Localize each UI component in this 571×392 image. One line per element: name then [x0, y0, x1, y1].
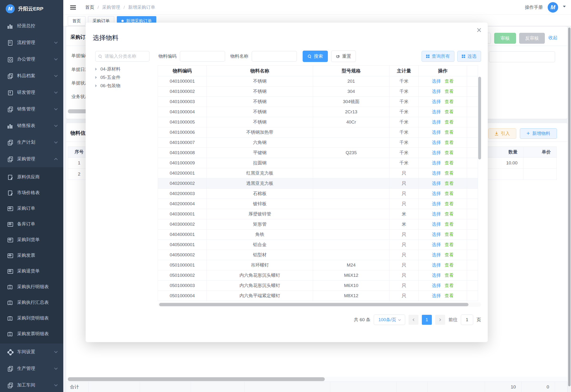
select-link[interactable]: 选择 [432, 150, 441, 155]
view-link[interactable]: 查看 [445, 263, 454, 267]
table-row[interactable]: 0401000006不锈钢加热带千米选择查看 [158, 127, 478, 138]
expand-caret-icon[interactable] [95, 84, 99, 87]
table-row[interactable]: 0501000001吊环螺钉M24只选择查看 [158, 260, 478, 270]
sidebar-subitem-1[interactable]: 市场价格表 [0, 185, 63, 200]
select-link[interactable]: 选择 [432, 263, 441, 267]
table-row[interactable]: 0402000004镀锌板只选择查看 [158, 199, 478, 209]
dialog-horizontal-scrollbar[interactable] [159, 303, 468, 306]
view-link[interactable]: 查看 [445, 120, 454, 125]
tree-node-0[interactable]: 04-原材料 [95, 65, 155, 73]
sidebar-item-top-8[interactable]: 采购管理 [0, 151, 63, 167]
view-link[interactable]: 查看 [445, 160, 454, 165]
select-link[interactable]: 选择 [432, 130, 441, 135]
material-cell-9[interactable] [523, 157, 557, 169]
query-all-button[interactable]: 查询所有 [421, 51, 454, 62]
select-link[interactable]: 选择 [432, 109, 441, 114]
tree-node-1[interactable]: 05-五金件 [95, 73, 155, 82]
sidebar-subitem-7[interactable]: 采购执行明细表 [0, 279, 63, 294]
select-link[interactable]: 选择 [432, 273, 441, 278]
table-row[interactable]: 0501000002内六角花形沉头螺钉M6X12只选择查看 [158, 270, 478, 280]
sidebar-item-top-3[interactable]: 料品档案 [0, 68, 63, 84]
select-link[interactable]: 选择 [432, 171, 441, 176]
prev-page-button[interactable] [408, 315, 419, 325]
view-link[interactable]: 查看 [445, 130, 454, 135]
select-link[interactable]: 选择 [432, 201, 441, 206]
sidebar-subitem-4[interactable]: 采购到货单 [0, 232, 63, 248]
user-menu-caret-icon[interactable] [563, 6, 566, 9]
view-link[interactable]: 查看 [445, 242, 454, 247]
view-link[interactable]: 查看 [445, 171, 454, 176]
select-link[interactable]: 选择 [432, 293, 441, 298]
table-row[interactable]: 0501000003内六角花形沉头螺钉M6X10只选择查看 [158, 280, 478, 291]
sidebar-subitem-6[interactable]: 采购退货单 [0, 263, 63, 279]
table-row[interactable]: 0401000009拉圆钢千米选择查看 [158, 158, 478, 168]
select-link[interactable]: 选择 [432, 211, 441, 216]
table-row[interactable]: 0403000001厚壁镀锌管米选择查看 [158, 209, 478, 219]
select-link[interactable]: 选择 [432, 252, 441, 257]
sidebar-subitem-3[interactable]: 备库订单 [0, 216, 63, 232]
table-row[interactable]: 0402000002透黑亚克力板只选择查看 [158, 178, 478, 189]
view-link[interactable]: 查看 [445, 252, 454, 257]
sidebar-subitem-9[interactable]: 采购到货明细表 [0, 310, 63, 326]
select-link[interactable]: 选择 [432, 160, 441, 165]
sidebar-item-top-1[interactable]: 流程管理 [0, 34, 63, 51]
table-row[interactable]: 0404000001角铁只选择查看 [158, 229, 478, 240]
sidebar-item-top-5[interactable]: 销售管理 [0, 101, 63, 117]
select-link[interactable]: 选择 [432, 89, 441, 94]
sidebar-item-bottom-2[interactable]: 加工车间 [0, 377, 63, 392]
breadcrumb-item[interactable]: 新增采购订单 [128, 4, 155, 11]
table-row[interactable]: 0401000005不锈钢40Cr千米选择查看 [158, 117, 478, 127]
tab-0[interactable]: 首页 [68, 16, 85, 26]
view-link[interactable]: 查看 [445, 293, 454, 298]
select-link[interactable]: 选择 [432, 99, 441, 104]
table-row[interactable]: 0401000004不锈钢2Cr13千米选择查看 [158, 107, 478, 117]
view-link[interactable]: 查看 [445, 150, 454, 155]
sidebar-subitem-5[interactable]: 采购发票 [0, 248, 63, 263]
tree-node-2[interactable]: 06-包装物 [95, 82, 155, 90]
sidebar-subitem-8[interactable]: 采购执行汇总表 [0, 294, 63, 310]
table-row[interactable]: 0401000008平键钢Q235千米选择查看 [158, 148, 478, 158]
select-link[interactable]: 选择 [432, 283, 441, 288]
sidebar-item-bottom-1[interactable]: 生产管理 [0, 360, 63, 377]
table-row[interactable]: 0401000003不锈钢304镜面千米选择查看 [158, 97, 478, 107]
avatar[interactable]: M [548, 2, 558, 13]
multi-select-button[interactable]: 连选 [457, 51, 481, 62]
breadcrumb-item[interactable]: 采购管理 [102, 4, 120, 11]
code-filter-input[interactable] [180, 51, 225, 62]
table-row[interactable]: 0402000001红黑亚克力板只选择查看 [158, 168, 478, 178]
table-row[interactable]: 0401000002不锈钢304千米选择查看 [158, 86, 478, 97]
view-link[interactable]: 查看 [445, 273, 454, 278]
expand-caret-icon[interactable] [95, 76, 99, 79]
select-link[interactable]: 选择 [432, 120, 441, 125]
page-size-select[interactable]: 100条/页 [374, 315, 405, 325]
close-icon[interactable]: × [477, 26, 481, 34]
view-link[interactable]: 查看 [445, 232, 454, 237]
view-link[interactable]: 查看 [445, 79, 454, 84]
view-link[interactable]: 查看 [445, 140, 454, 145]
table-row[interactable]: 0405000002铝型材只选择查看 [158, 250, 478, 260]
select-link[interactable]: 选择 [432, 181, 441, 186]
name-filter-input[interactable] [252, 51, 297, 62]
sidebar-item-top-2[interactable]: 办公管理 [0, 51, 63, 68]
view-link[interactable]: 查看 [445, 181, 454, 186]
sidebar-subitem-0[interactable]: 原料供应商 [0, 169, 63, 185]
sidebar-subitem-10[interactable]: 采购发票明细表 [0, 326, 63, 342]
expand-caret-icon[interactable] [95, 68, 99, 70]
sidebar-item-bottom-0[interactable]: 车间设置 [0, 344, 63, 360]
sidebar-item-top-4[interactable]: 研发管理 [0, 84, 63, 101]
select-link[interactable]: 选择 [432, 140, 441, 145]
sidebar-item-top-0[interactable]: 经营总控 [0, 18, 63, 34]
select-link[interactable]: 选择 [432, 242, 441, 247]
next-page-button[interactable] [435, 315, 445, 325]
table-row[interactable]: 0402000003石棉板只选择查看 [158, 189, 478, 199]
select-link[interactable]: 选择 [432, 79, 441, 84]
view-link[interactable]: 查看 [445, 283, 454, 288]
audit-button[interactable]: 审核 [494, 33, 516, 44]
current-page[interactable]: 1 [422, 315, 432, 325]
table-row[interactable]: 0401000007六角钢千米选择查看 [158, 138, 478, 148]
reset-button[interactable]: 重置 [331, 51, 356, 62]
view-link[interactable]: 查看 [445, 89, 454, 94]
sidebar-item-top-7[interactable]: 生产计划 [0, 134, 63, 151]
goto-page-input[interactable]: 1 [461, 315, 473, 325]
material-cell-8[interactable] [487, 169, 523, 180]
